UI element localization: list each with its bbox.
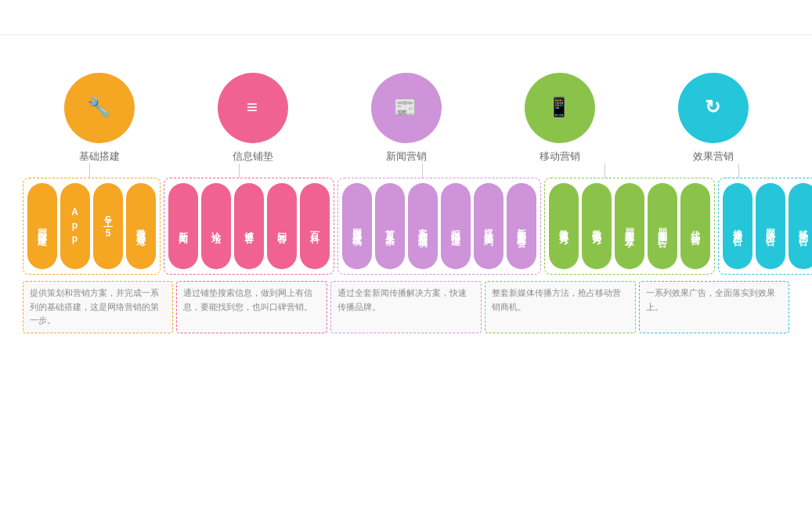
connector-line-4 [738,164,739,178]
card-1-1: 论坛 [201,183,231,269]
card-1-2: 博客 [234,183,264,269]
connector-line-0 [89,164,90,178]
group-1: 新闻论坛博客问答百科 [164,178,334,275]
circle-item-jichu: 🔧 基础搭建 [64,73,135,164]
group-cards-1: 新闻论坛博客问答百科 [164,178,334,275]
card-3-4: 代运营 [680,183,710,269]
card-2-2: 客户端发稿 [408,183,438,269]
card-3-3: 朋友圈广告 [648,183,677,269]
vert-lines-row [23,164,790,178]
desc-box-4: 一系列效果广告，全面落实到效果上。 [639,281,790,333]
page-wrapper: 🔧 基础搭建 ≡ 信息铺垫 📰 新闻营销 📱 移动营销 ↻ 效果营销 网站搭建A… [0,0,812,333]
group-cards-4: 搜索广告网络广告移动广告 [718,178,813,275]
group-cards-2: 网媒发稿首页头条客户端发稿报纸报道媒体邀约新闻发布会 [337,178,541,275]
card-1-3: 问答 [267,183,297,269]
card-0-2: 工S5 [93,183,123,269]
subtitle [0,35,812,43]
card-3-0: 微博大号 [549,183,579,269]
circle-xiaoguo: ↻ [678,73,749,143]
circle-icon-xiaoguo: ↻ [705,96,721,118]
main-slogan [0,43,812,73]
card-3-2: 朋友圈分享 [615,183,644,269]
circle-icon-xinxi: ≡ [247,96,258,118]
card-1-0: 新闻 [168,183,198,269]
group-3: 微博大号微信大号朋友圈分享朋友圈广告代运营 [544,178,715,275]
group-4: 搜索广告网络广告移动广告 [718,178,813,275]
vert-line-4 [688,164,790,178]
circle-icon-xinwen: 📰 [394,96,418,118]
card-0-3: 微信公众号 [126,183,156,269]
connector-line-1 [239,164,240,178]
circle-item-xiaoguo: ↻ 效果营销 [678,73,749,164]
circle-jichu: 🔧 [64,73,135,143]
circle-label-yidong: 移动营销 [540,149,580,164]
desc-box-1: 通过铺垫搜索信息，做到网上有信息，要能找到您，也叫口碑营销。 [176,281,327,333]
card-2-3: 报纸报道 [441,183,471,269]
circle-item-xinxi: ≡ 信息铺垫 [218,73,288,164]
circle-xinwen: 📰 [371,73,442,143]
circle-label-xiaoguo: 效果营销 [693,149,734,164]
circle-label-xinwen: 新闻营销 [386,149,427,164]
desc-row: 提供策划和营销方案，并完成一系列的基础搭建，这是网络营销的第一步。通过铺垫搜索信… [23,281,790,333]
circle-xinxi: ≡ [218,73,288,143]
card-2-0: 网媒发稿 [342,183,372,269]
circle-icon-yidong: 📱 [547,96,572,118]
vert-line-3 [521,164,688,178]
group-cards-0: 网站搭建App工S5微信公众号 [23,178,161,275]
card-1-4: 百科 [300,183,330,269]
group-0: 网站搭建App工S5微信公众号 [23,178,161,275]
card-2-1: 首页头条 [375,183,405,269]
circle-item-xinwen: 📰 新闻营销 [371,73,442,164]
circle-label-jichu: 基础搭建 [79,149,120,164]
desc-box-0: 提供策划和营销方案，并完成一系列的基础搭建，这是网络营销的第一步。 [23,281,174,333]
vert-line-0 [23,164,157,178]
connector-line-3 [604,164,605,178]
vert-line-1 [157,164,323,178]
circle-yidong: 📱 [525,73,595,143]
connector-line-2 [422,164,423,178]
desc-box-2: 通过全套新闻传播解决方案，快速传播品牌。 [330,281,482,333]
vert-line-2 [323,164,521,178]
circle-label-xinxi: 信息铺垫 [233,149,273,164]
card-4-1: 网络广告 [756,183,785,269]
diagram-area: 🔧 基础搭建 ≡ 信息铺垫 📰 新闻营销 📱 移动营销 ↻ 效果营销 网站搭建A… [0,73,812,333]
circle-item-yidong: 📱 移动营销 [525,73,595,164]
group-cards-3: 微博大号微信大号朋友圈分享朋友圈广告代运营 [544,178,715,275]
circle-icon-jichu: 🔧 [87,96,111,118]
circles-row: 🔧 基础搭建 ≡ 信息铺垫 📰 新闻营销 📱 移动营销 ↻ 效果营销 [23,73,790,164]
card-2-4: 媒体邀约 [474,183,503,269]
card-2-5: 新闻发布会 [507,183,536,269]
desc-box-3: 整套新媒体传播方法，抢占移动营销商机。 [485,281,636,333]
card-0-1: App [60,183,90,269]
group-2: 网媒发稿首页头条客户端发稿报纸报道媒体邀约新闻发布会 [337,178,541,275]
card-3-1: 微信大号 [582,183,612,269]
lower-section: 网站搭建App工S5微信公众号新闻论坛博客问答百科网媒发稿首页头条客户端发稿报纸… [23,164,790,333]
card-4-2: 移动广告 [789,183,813,269]
cards-row: 网站搭建App工S5微信公众号新闻论坛博客问答百科网媒发稿首页头条客户端发稿报纸… [23,178,790,275]
card-0-0: 网站搭建 [27,183,57,269]
page-title [0,0,812,27]
card-4-0: 搜索广告 [723,183,752,269]
